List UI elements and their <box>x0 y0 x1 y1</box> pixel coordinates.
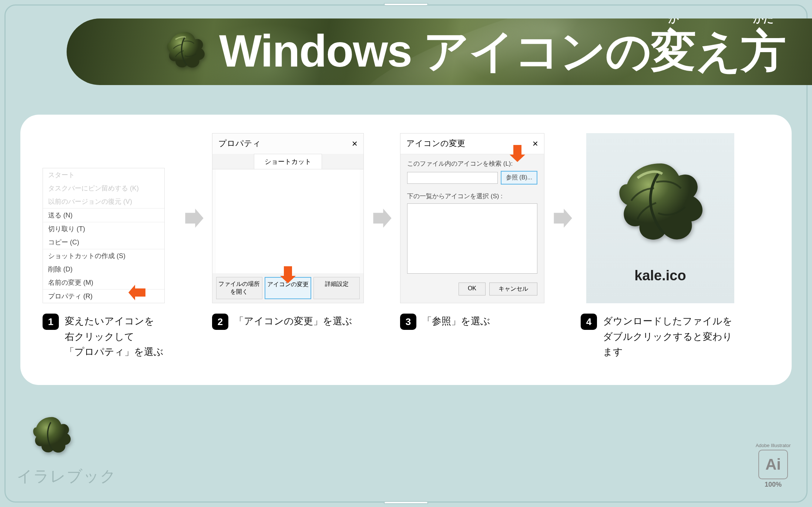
icon-path-input[interactable] <box>407 172 498 184</box>
bottom-handle <box>384 501 428 504</box>
flow-arrow-icon <box>551 133 574 303</box>
dialog-titlebar: プロパティ × <box>212 133 363 154</box>
step-3-visual: アイコンの変更 × このファイル内のアイコンを検索 (L): 参照 (B)...… <box>400 133 544 303</box>
browse-button[interactable]: 参照 (B)... <box>501 171 537 185</box>
dialog-tabs: ショートカット <box>212 154 363 169</box>
tab-shortcut[interactable]: ショートカット <box>254 154 322 169</box>
step-3-caption: 3 「参照」を選ぶ <box>400 314 544 330</box>
step-number-badge: 4 <box>581 314 597 330</box>
top-handle <box>384 3 428 6</box>
title-banner: Windows アイコンのか変えかた方 <box>67 18 812 85</box>
pointer-arrow-icon <box>128 283 146 302</box>
step-1-text: 変えたいアイコンを 右クリックして 「プロパティ」を選ぶ <box>65 314 164 360</box>
pointer-arrow-icon <box>279 266 297 284</box>
step-4: kale.ico 4 ダウンロードしたファイルを ダブルクリックすると変わります <box>581 133 740 360</box>
ctx-item-cut[interactable]: 切り取り (T) <box>43 222 164 236</box>
step-4-text: ダウンロードしたファイルを ダブルクリックすると変わります <box>603 314 740 360</box>
ok-button[interactable]: OK <box>459 283 486 295</box>
ctx-item[interactable]: スタート <box>43 168 164 182</box>
ctx-item-send[interactable]: 送る (N) <box>43 209 164 222</box>
step-number-badge: 2 <box>212 314 228 330</box>
step-number-badge: 3 <box>400 314 416 330</box>
dialog-title-text: アイコンの変更 <box>406 138 465 149</box>
title-kanji-2: 方 <box>741 26 785 76</box>
ctx-item-delete[interactable]: 削除 (D) <box>43 263 164 276</box>
kale-leaf-icon <box>26 411 78 463</box>
close-icon[interactable]: × <box>352 138 358 149</box>
ai-icon: Ai <box>758 450 788 479</box>
step-1-caption: 1 変えたいアイコンを 右クリックして 「プロパティ」を選ぶ <box>43 314 176 360</box>
title-kanji-1: 変 <box>651 26 695 76</box>
ctx-item[interactable]: タスクバーにピン留めする (K) <box>43 182 164 195</box>
ctx-item-shortcut[interactable]: ショットカットの作成 (S) <box>43 249 164 263</box>
step-1-visual: スタート タスクバーにピン留めする (K) 以前のバージョンの復元 (V) 送る… <box>43 133 176 303</box>
kale-leaf-icon <box>605 153 716 257</box>
icon-list-label: 下の一覧からアイコンを選択 (S) : <box>407 192 537 200</box>
advanced-button[interactable]: 詳細設定 <box>313 277 360 299</box>
ctx-item[interactable]: 以前のバージョンの復元 (V) <box>43 195 164 208</box>
title-middle: え <box>695 26 741 76</box>
footer-brand: イラレブック <box>17 466 117 487</box>
step-number-badge: 1 <box>43 314 59 330</box>
step-4-visual: kale.ico <box>581 133 740 303</box>
title-ruby-2: かた <box>753 18 773 26</box>
file-preview[interactable]: kale.ico <box>586 133 734 303</box>
ai-label: Adobe Illustrator <box>755 443 792 448</box>
context-menu: スタート タスクバーにピン留めする (K) 以前のバージョンの復元 (V) 送る… <box>43 168 165 303</box>
icon-list[interactable] <box>407 203 537 274</box>
pointer-arrow-icon <box>508 144 527 163</box>
step-1: スタート タスクバーにピン留めする (K) 以前のバージョンの復元 (V) 送る… <box>43 133 176 360</box>
dialog-button-row: OK キャンセル <box>400 279 544 299</box>
dialog-body <box>216 169 360 273</box>
page-title: Windows アイコンのか変えかた方 <box>219 21 785 82</box>
title-ruby-1: か <box>668 18 678 26</box>
dialog-title-text: プロパティ <box>218 138 261 149</box>
step-2-visual: プロパティ × ショートカット ファイルの場所を開く アイコンの変更 詳細設定 <box>212 133 364 303</box>
kale-leaf-icon <box>160 26 212 78</box>
flow-arrow-icon <box>182 133 205 303</box>
ai-badge: Adobe Illustrator Ai 100% <box>755 443 792 489</box>
step-4-caption: 4 ダウンロードしたファイルを ダブルクリックすると変わります <box>581 314 740 360</box>
ctx-item-copy[interactable]: コピー (C) <box>43 236 164 249</box>
instruction-card: スタート タスクバーにピン留めする (K) 以前のバージョンの復元 (V) 送る… <box>20 115 792 385</box>
step-3: アイコンの変更 × このファイル内のアイコンを検索 (L): 参照 (B)...… <box>400 133 544 330</box>
open-location-button[interactable]: ファイルの場所を開く <box>216 277 262 299</box>
step-2-text: 「アイコンの変更」を選ぶ <box>234 314 352 329</box>
step-2: プロパティ × ショートカット ファイルの場所を開く アイコンの変更 詳細設定 … <box>212 133 364 330</box>
ai-percent: 100% <box>755 481 792 489</box>
flow-arrow-icon <box>370 133 393 303</box>
cancel-button[interactable]: キャンセル <box>489 283 537 295</box>
close-icon[interactable]: × <box>533 138 538 149</box>
title-prefix: Windows アイコンの <box>219 26 651 76</box>
step-3-text: 「参照」を選ぶ <box>422 314 490 329</box>
step-2-caption: 2 「アイコンの変更」を選ぶ <box>212 314 364 330</box>
file-name: kale.ico <box>634 268 686 284</box>
